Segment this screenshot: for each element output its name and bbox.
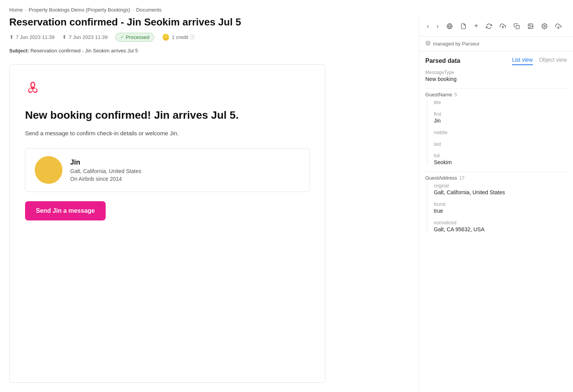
booking-subtext: Send a message to confirm check-in detai… [25,130,310,136]
info-icon[interactable]: ⓘ [190,34,195,40]
settings-button[interactable] [540,22,549,31]
breadcrumb: Home › Property Bookings Demo (Property … [0,0,573,16]
svg-marker-8 [426,41,430,43]
document-button[interactable] [459,22,468,31]
field-label-found: found [434,202,567,207]
globe-button[interactable] [445,22,454,31]
send-message-button[interactable]: Send Jin a message [25,201,106,220]
left-panel: Reservation confirmed - Jin Seokim arriv… [0,16,419,392]
field-value-message-type: New booking [425,76,567,82]
field-label-normalized: normalized [434,220,567,225]
doc-title: Reservation confirmed - Jin Seokim arriv… [9,16,410,29]
add-button[interactable]: + [473,20,480,32]
parsed-data-title: Parsed data [425,57,460,64]
guest-location: Galt, California, United States [70,168,141,174]
nested-guest-name: title first Jin middle l [427,100,567,165]
upload2-icon: ⬆ [62,34,67,40]
guest-info: Jin Galt, California, United States On A… [70,158,141,182]
created-date: ⬆ 7 Jun 2023 11:39 [9,34,54,40]
layers-icon [425,40,431,47]
refresh-button[interactable] [484,22,494,31]
svg-point-6 [544,25,545,27]
tab-list-view[interactable]: List view [512,57,533,65]
field-normalized: normalized Galt, CA 95632, USA [434,220,567,232]
field-label-middle: middle [434,130,567,135]
check-icon: ✓ [120,34,124,40]
parsed-data-body: MessageType New booking GuestName 5 titl… [419,65,573,392]
upload-button[interactable] [498,22,507,31]
forward-button[interactable]: › [435,21,440,31]
svg-point-5 [529,25,530,25]
nested-guest-address: original Galt, California, United States… [427,183,567,232]
view-tabs: List view Object view [512,57,567,65]
subject-line: Subject: Reservation confirmed - Jin Seo… [9,48,410,57]
right-toolbar: ‹ › + [419,16,573,37]
breadcrumb-sep-1: › [25,8,27,12]
field-label-title: title [434,100,567,105]
field-label-original: original [434,183,567,188]
image-button[interactable] [526,22,535,31]
download-button[interactable] [554,22,563,31]
credit-icon: 🪙 [162,34,170,41]
copy-button[interactable] [512,22,521,31]
right-panel: ‹ › + [419,16,573,392]
field-label-message-type: MessageType [425,70,567,75]
field-last: last [434,141,567,147]
section-guest-name: GuestName 5 [425,92,567,98]
credit-item: 🪙 1 credit ⓘ [162,34,195,41]
field-first: first Jin [434,111,567,124]
status-badge: ✓ Processed [115,33,154,42]
booking-heading: New booking confirmed! Jin arrives Jul 5… [25,108,310,122]
guest-name: Jin [70,158,141,167]
field-full: full Seokim [434,153,567,165]
airbnb-logo [25,80,310,97]
breadcrumb-documents[interactable]: Documents [136,7,162,13]
parsed-data-header: Parsed data List view Object view [419,51,573,65]
tab-object-view[interactable]: Object view [539,57,567,65]
breadcrumb-home[interactable]: Home [9,7,23,13]
field-title: title [434,100,567,105]
breadcrumb-sep-2: › [132,8,134,12]
breadcrumb-project[interactable]: Property Bookings Demo (Property Booking… [29,7,130,13]
field-value-original: Galt, California, United States [434,189,567,195]
section-guest-address: GuestAddress 17 [425,175,567,181]
field-value-found: true [434,208,567,214]
doc-meta: ⬆ 7 Jun 2023 11:39 ⬆ 7 Jun 2023 11:39 ✓ … [9,33,410,42]
field-value-full: Seokim [434,159,567,165]
uploaded-date: ⬆ 7 Jun 2023 11:39 [62,34,107,40]
field-original: original Galt, California, United States [434,183,567,195]
svg-rect-3 [516,25,519,29]
back-button[interactable]: ‹ [425,21,430,31]
field-label-last: last [434,141,567,147]
field-value-first: Jin [434,118,567,124]
field-found: found true [434,202,567,214]
field-label-first: first [434,111,567,117]
managed-by: managed by Parseur [419,37,573,51]
guest-card: Jin Galt, California, United States On A… [25,148,310,192]
upload-icon: ⬆ [9,34,14,40]
email-content: New booking confirmed! Jin arrives Jul 5… [9,64,325,383]
field-middle: middle [434,130,567,135]
guest-avatar [35,156,62,184]
field-message-type: MessageType New booking [425,70,567,82]
field-value-normalized: Galt, CA 95632, USA [434,226,567,232]
field-label-full: full [434,153,567,158]
guest-since: On Airbnb since 2014 [70,176,141,182]
